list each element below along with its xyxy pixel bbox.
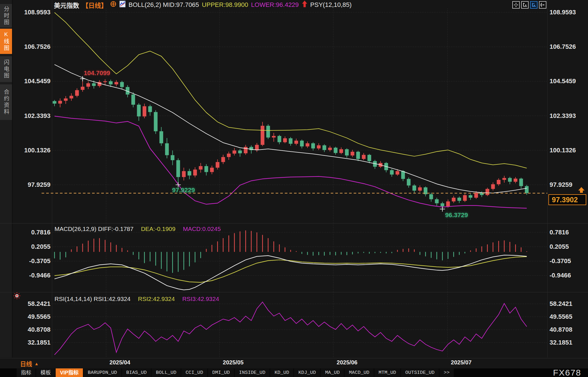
rsi-y-tick: 32.1851 [550, 339, 588, 346]
rsi2-label: RSI2:42.9324 [138, 296, 175, 302]
tab-outside-ud[interactable]: OUTSIDE_UD [401, 368, 439, 377]
axis-scale-button[interactable] [521, 1, 529, 9]
macd-value-label: MACD:0.0245 [183, 226, 221, 232]
tab-kd-ud[interactable]: KD_UD [270, 368, 293, 377]
rsi-panel-header: RSI(14,14,14) RSI1:42.9324 RSI2:42.9324 … [54, 296, 219, 302]
rsi-y-tick: 32.1851 [11, 339, 50, 346]
up-arrow-icon [302, 0, 307, 9]
x-axis-label: 2025/06 [337, 359, 357, 366]
tab-dmi-ud[interactable]: DMI_UD [208, 368, 234, 377]
psy-label: PSY(12,10,85) [310, 1, 352, 9]
tab-vip-indicators[interactable]: VIP指标 [56, 368, 83, 377]
brand-watermark: FX678 [553, 368, 581, 377]
peak-price-annotation: 104.7099 [77, 69, 117, 77]
tab-more[interactable]: >> [439, 368, 454, 377]
x-axis-label: 2025/05 [223, 359, 244, 366]
symbol-title: 美元指数 [54, 0, 79, 9]
tab-ma-ud[interactable]: MA_UD [321, 368, 344, 377]
main-y-tick: 104.5459 [11, 77, 50, 85]
main-y-tick: 97.9259 [11, 181, 50, 188]
main-y-tick: 102.3393 [550, 112, 588, 120]
macd-y-tick: -0.3705 [550, 257, 588, 265]
tab-macd-ud[interactable]: MACD_UD [344, 368, 373, 377]
candlestick-mode-icon[interactable] [119, 1, 126, 9]
period-arrow-icon: ▲ [34, 361, 39, 366]
tab-mtm-ud[interactable]: MTM_UD [374, 368, 400, 377]
tab-boll-ud[interactable]: BOLL_UD [151, 368, 180, 377]
rsi-y-tick: 40.8708 [550, 326, 588, 333]
candles-layer [53, 79, 529, 209]
indicator-tabbar: 指标 模板 VIP指标 BARUPDN_UD BIAS_UD BOLL_UD C… [0, 368, 588, 377]
chart-canvas[interactable] [0, 0, 588, 377]
boll-lower-label: LOWER:96.4229 [251, 1, 299, 9]
indicator-settings-icon[interactable] [13, 292, 21, 301]
rsi-y-tick: 49.5565 [550, 313, 588, 320]
last-price-value: 97.3902 [552, 196, 578, 204]
grid-layer [42, 9, 547, 357]
main-y-tick: 102.3393 [11, 112, 50, 120]
macd-diff-label: MACD(26,12,9) DIFF:-0.1787 [54, 226, 133, 232]
main-y-tick: 108.9593 [550, 9, 588, 16]
main-y-tick: 104.5459 [550, 77, 588, 85]
macd-y-tick: 0.2055 [11, 243, 50, 250]
macd-y-tick: 0.2055 [550, 243, 588, 250]
boll-label: BOLL(26,2) MID:97.7065 [128, 1, 199, 9]
x-axis-label: 2025/07 [451, 359, 472, 366]
macd-y-tick: -0.9466 [11, 272, 50, 279]
main-y-tick: 100.1326 [550, 147, 588, 154]
macd-layer [54, 230, 527, 290]
rsi3-label: RSI3:42.9324 [182, 296, 219, 302]
low1-price-annotation: 97.9229 [172, 186, 195, 194]
rsi-y-tick: 40.8708 [11, 326, 50, 333]
main-y-tick: 106.7526 [11, 43, 50, 50]
rsi-y-tick: 49.5565 [11, 313, 50, 320]
x-axis-label: 2025/04 [110, 359, 130, 366]
rsi-y-tick: 58.2421 [550, 300, 588, 308]
tab-indicators[interactable]: 指标 [17, 368, 36, 377]
main-y-tick: 108.9593 [11, 9, 50, 16]
period-tag: 【日线】 [82, 0, 107, 9]
rsi1-label: RSI(14,14,14) RSI1:42.9324 [54, 296, 131, 302]
trading-terminal: 分时图 K线图 闪电图 合约资料 美元指数 【日线】 BOLL(26,2) MI… [0, 0, 588, 377]
period-selector[interactable]: 日线 ▲ [20, 359, 39, 368]
main-y-tick: 106.7526 [550, 43, 588, 50]
tab-bias-ud[interactable]: BIAS_UD [122, 368, 151, 377]
tab-cci-ud[interactable]: CCI_UD [181, 368, 207, 377]
target-icon[interactable] [110, 1, 116, 9]
low2-price-annotation: 96.3729 [445, 211, 468, 219]
axis-right-expand-button[interactable] [539, 1, 546, 9]
rsi-y-tick: 58.2421 [11, 300, 50, 308]
rsi-layer [54, 302, 527, 355]
macd-panel-header: MACD(26,12,9) DIFF:-0.1787 DEA:-0.1909 M… [54, 226, 221, 232]
main-y-tick: 100.1326 [11, 147, 50, 154]
macd-y-tick: -0.9466 [550, 272, 588, 279]
tab-inside-ud[interactable]: INSIDE_UD [235, 368, 270, 377]
period-label: 日线 [20, 359, 32, 368]
tab-barupdn-ud[interactable]: BARUPDN_UD [83, 368, 121, 377]
axis-autoscroll-button[interactable] [530, 1, 538, 9]
boll-upper-label: UPPER:98.9900 [202, 1, 248, 9]
price-up-arrow-icon [577, 186, 586, 195]
boll-lines-layer [54, 13, 527, 208]
macd-y-tick: 0.7816 [11, 229, 50, 236]
last-price-box: 97.3902 [548, 194, 586, 205]
tab-kdj-ud[interactable]: KDJ_UD [294, 368, 320, 377]
macd-y-tick: 0.7816 [550, 229, 588, 236]
tab-templates[interactable]: 模板 [36, 368, 55, 377]
pan-crosshair-button[interactable] [512, 1, 520, 9]
macd-dea-label: DEA:-0.1909 [141, 226, 175, 232]
macd-y-tick: -0.3705 [11, 257, 50, 265]
chart-header: 美元指数 【日线】 BOLL(26,2) MID:97.7065 UPPER:9… [54, 1, 352, 9]
